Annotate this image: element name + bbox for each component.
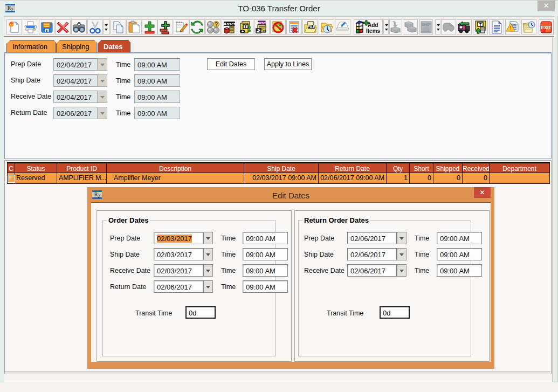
svg-text:Add: Add (368, 22, 378, 28)
svg-text:Asset: Asset (224, 22, 236, 26)
svg-text:PO: PO (256, 29, 261, 32)
svg-text:T: T (244, 24, 247, 29)
svg-text:T: T (479, 22, 482, 27)
svg-text:FILE: FILE (307, 25, 315, 29)
svg-text:?: ? (215, 22, 218, 27)
svg-text:EXIT: EXIT (541, 25, 552, 30)
svg-text:MISC: MISC (258, 22, 266, 25)
svg-text:SHIP: SHIP (422, 23, 431, 26)
svg-text:Items: Items (366, 28, 381, 34)
svg-text:!: ! (509, 25, 511, 31)
